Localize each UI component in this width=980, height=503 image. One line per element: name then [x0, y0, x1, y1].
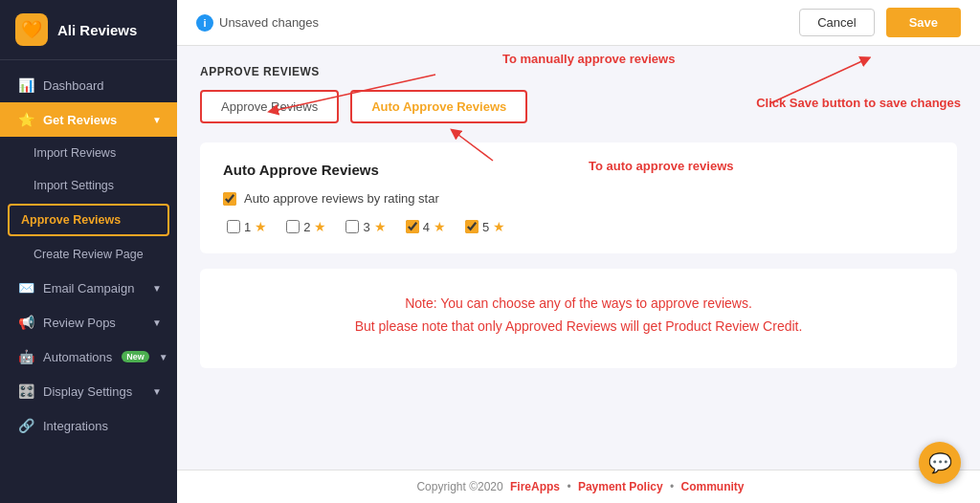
app-name: Ali Reviews [57, 22, 137, 38]
logo-icon: 🧡 [15, 13, 48, 46]
sidebar-item-display-settings[interactable]: 🎛️ Display Settings ▼ [0, 374, 177, 408]
info-icon: i [196, 14, 213, 32]
sidebar-label-display-settings: Display Settings [43, 384, 132, 399]
sidebar-label-integrations: Integrations [43, 419, 108, 433]
main-content: i Unsaved changes Cancel Save To manuall… [177, 0, 980, 503]
star-options: 1 ★ 2 ★ 3 ★ 4 ★ [227, 219, 934, 234]
sidebar-item-get-reviews[interactable]: ⭐ Get Reviews ▼ [0, 102, 177, 137]
unsaved-changes-notice: i Unsaved changes [196, 14, 319, 32]
email-icon: ✉️ [18, 280, 33, 295]
auto-approve-by-rating-checkbox[interactable] [223, 192, 236, 206]
auto-approve-checkbox-row: Auto approve reviews by rating star [223, 191, 934, 206]
star-4-icon: ★ [434, 219, 446, 234]
star-4-checkbox[interactable] [406, 220, 419, 233]
new-badge: New [122, 351, 149, 362]
star-2-label: 2 [303, 220, 310, 234]
footer: Copyright ©2020 FireApps • Payment Polic… [177, 470, 980, 503]
sidebar-label-create-review-page: Create Review Page [33, 248, 144, 261]
sidebar-item-email-campaign[interactable]: ✉️ Email Campaign ▼ [0, 271, 177, 305]
megaphone-icon: 📢 [18, 315, 33, 330]
star-option-2: 2 ★ [286, 219, 326, 234]
sidebar-item-import-settings[interactable]: Import Settings [0, 169, 177, 202]
sidebar-item-integrations[interactable]: 🔗 Integrations [0, 408, 177, 443]
unsaved-label: Unsaved changes [219, 15, 319, 30]
sidebar-item-dashboard[interactable]: 📊 Dashboard [0, 68, 177, 102]
chevron-down-icon-4: ▼ [159, 352, 168, 362]
star-5-checkbox[interactable] [465, 220, 479, 233]
tabs-row: Approve Reviews Auto Approve Reviews [200, 90, 957, 123]
star-3-label: 3 [363, 220, 369, 234]
chevron-down-icon: ▼ [152, 115, 162, 125]
footer-payment-policy-link[interactable]: Payment Policy [578, 480, 663, 493]
sidebar-label-email-campaign: Email Campaign [43, 281, 134, 295]
star-1-label: 1 [244, 220, 251, 234]
sidebar-logo: 🧡 Ali Reviews [0, 0, 177, 60]
star-3-icon: ★ [374, 219, 387, 234]
sidebar-label-import-reviews: Import Reviews [33, 146, 116, 160]
content-area: To manually approve reviews Click Save b… [177, 46, 980, 470]
sidebar-nav: 📊 Dashboard ⭐ Get Reviews ▼ Import Revie… [0, 60, 177, 503]
auto-approve-section: Auto Approve Reviews Auto approve review… [200, 142, 957, 253]
sidebar-item-automations[interactable]: 🤖 Automations New ▼ [0, 339, 177, 374]
star-5-icon: ★ [493, 219, 505, 234]
note-line2: But please note that only Approved Revie… [223, 318, 934, 334]
star-2-checkbox[interactable] [286, 220, 300, 233]
footer-brand-link[interactable]: FireApps [510, 480, 560, 493]
star-4-label: 4 [423, 220, 430, 234]
note-line1: Note: You can choose any of the ways to … [223, 295, 934, 311]
sidebar-label-dashboard: Dashboard [43, 78, 104, 93]
star-option-1: 1 ★ [227, 219, 267, 234]
chevron-down-icon-3: ▼ [152, 317, 162, 328]
footer-sep2: • [670, 480, 674, 493]
sidebar-label-get-reviews: Get Reviews [43, 113, 117, 127]
save-button[interactable]: Save [886, 8, 961, 37]
star-1-checkbox[interactable] [227, 220, 240, 233]
tab-auto-approve-reviews[interactable]: Auto Approve Reviews [350, 90, 527, 123]
star-icon: ⭐ [18, 112, 33, 127]
sidebar: 🧡 Ali Reviews 📊 Dashboard ⭐ Get Reviews … [0, 0, 177, 503]
chevron-down-icon-2: ▼ [152, 283, 162, 294]
sidebar-item-review-pops[interactable]: 📢 Review Pops ▼ [0, 305, 177, 339]
footer-copyright: Copyright ©2020 [416, 480, 506, 493]
robot-icon: 🤖 [18, 349, 33, 364]
sidebar-label-approve-reviews: Approve Reviews [21, 213, 121, 227]
settings-icon: 🎛️ [18, 383, 33, 399]
star-2-icon: ★ [314, 219, 326, 234]
chat-bubble-button[interactable]: 💬 [919, 442, 961, 484]
star-3-checkbox[interactable] [345, 220, 359, 233]
note-section: Note: You can choose any of the ways to … [200, 269, 957, 368]
link-icon: 🔗 [18, 418, 33, 433]
annotation-manual-approve: To manually approve reviews [502, 52, 675, 66]
chat-icon: 💬 [928, 451, 952, 474]
dashboard-icon: 📊 [18, 77, 33, 93]
chevron-down-icon-5: ▼ [152, 386, 162, 397]
sidebar-label-import-settings: Import Settings [33, 179, 114, 192]
star-5-label: 5 [482, 220, 489, 234]
auto-approve-by-rating-label: Auto approve reviews by rating star [244, 191, 439, 206]
star-option-5: 5 ★ [465, 219, 505, 234]
sidebar-item-approve-reviews[interactable]: Approve Reviews [8, 204, 169, 236]
topbar: i Unsaved changes Cancel Save [177, 0, 980, 46]
footer-community-link[interactable]: Community [681, 480, 745, 493]
cancel-button[interactable]: Cancel [799, 9, 874, 36]
sidebar-item-import-reviews[interactable]: Import Reviews [0, 137, 177, 169]
sidebar-label-review-pops: Review Pops [43, 316, 116, 330]
star-1-icon: ★ [255, 219, 267, 234]
star-option-4: 4 ★ [406, 219, 446, 234]
star-option-3: 3 ★ [345, 219, 386, 234]
section-title-approve-reviews: APPROVE REVIEWS [200, 65, 957, 78]
tab-approve-reviews[interactable]: Approve Reviews [200, 90, 339, 123]
sidebar-label-automations: Automations [43, 350, 112, 364]
sidebar-item-create-review-page[interactable]: Create Review Page [0, 238, 177, 271]
auto-approve-title: Auto Approve Reviews [223, 162, 934, 178]
footer-sep1: • [567, 480, 570, 493]
